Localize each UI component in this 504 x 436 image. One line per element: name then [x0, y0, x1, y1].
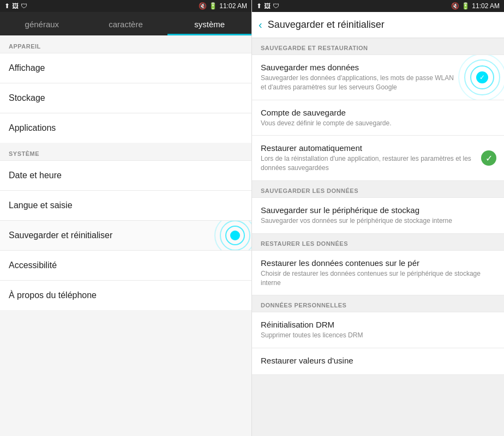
check-icon-ripple: ✓	[479, 74, 485, 81]
ripple-ring-2	[225, 226, 245, 245]
tab-generaux[interactable]: généraux	[0, 12, 84, 34]
mute-icon-r: 🔇	[451, 2, 459, 10]
check-circle-restaurer: ✓	[481, 150, 496, 166]
image-icon: 🖼	[12, 2, 19, 10]
right-item-title-usine: Restaurer valeurs d'usine	[261, 356, 495, 365]
list-item-apropos[interactable]: À propos du téléphone	[0, 281, 251, 310]
right-ripple-ring-4	[458, 55, 504, 100]
right-item-restaurer-per[interactable]: Restaurer les données contenues sur le p…	[252, 250, 504, 296]
right-section-label-2: SAUVEGARDER LES DONNÉES	[252, 181, 504, 197]
check-icon-restaurer: ✓	[485, 153, 493, 164]
usb-icon: ⬆	[4, 2, 10, 10]
ripple-effect-right: ✓	[458, 55, 504, 100]
section-donnees-personnelles: DONNÉES PERSONNELLES Réinitialisation DR…	[252, 295, 504, 375]
list-item-applications[interactable]: Applications	[0, 113, 251, 143]
ripple-effect-left	[213, 221, 251, 251]
right-panel: ⬆ 🖼 🛡 🔇 🔋 11:02 AM ‹ Sauvegarder et réin…	[252, 0, 504, 436]
right-item-desc-sauv-per: Sauvegarder vos données sur le périphéri…	[261, 216, 495, 226]
ripple-ring-1	[230, 231, 240, 240]
tabs-bar: généraux caractère système	[0, 12, 251, 35]
left-settings-list: APPAREIL Affichage Stockage Applications…	[0, 35, 251, 436]
back-button[interactable]: ‹	[259, 19, 262, 31]
tab-caractere[interactable]: caractère	[84, 12, 168, 34]
right-item-title-compte: Compte de sauvegarde	[261, 108, 495, 117]
ripple-ring-4	[214, 221, 251, 251]
usb-icon-r: ⬆	[256, 2, 262, 10]
time-display-r: 11:02 AM	[472, 2, 500, 10]
right-settings-content: SAUVEGARDE ET RESTAURATION Sauvegarder m…	[252, 38, 504, 436]
image-icon-r: 🖼	[264, 2, 271, 10]
right-header: ‹ Sauvegarder et réinitialiser	[252, 12, 504, 38]
right-item-restaurer-usine[interactable]: Restaurer valeurs d'usine	[252, 348, 504, 375]
right-group-4: Réinitialisation DRM Supprimer toutes le…	[252, 312, 504, 375]
list-item-sauvegarder[interactable]: Sauvegarder et réinitialiser	[0, 221, 251, 251]
section-label-appareil: APPAREIL	[0, 35, 251, 53]
list-item-stockage[interactable]: Stockage	[0, 83, 251, 113]
time-display: 11:02 AM	[219, 2, 247, 10]
right-item-desc-rest-per: Choisir de restaurer les données contenu…	[261, 269, 495, 288]
section-systeme: SYSTÈME Date et heure Langue et saisie S…	[0, 143, 251, 310]
list-item-accessibilite[interactable]: Accessibilité	[0, 251, 251, 281]
right-ripple-ring-1: ✓	[476, 71, 488, 83]
status-bar-right: ⬆ 🖼 🛡 🔇 🔋 11:02 AM	[252, 0, 504, 12]
right-item-title-save-data: Sauvegarder mes données	[261, 63, 460, 72]
list-group-systeme: Date et heure Langue et saisie Sauvegard…	[0, 160, 251, 310]
right-item-title-restaurer: Restaurer automatiquement	[261, 143, 471, 153]
right-ripple-ring-2	[470, 65, 494, 89]
right-item-title-sauv-per: Sauvegarder sur le périphérique de stock…	[261, 205, 495, 215]
right-item-title-drm: Réinitialisation DRM	[261, 320, 495, 329]
right-section-label-4: DONNÉES PERSONNELLES	[252, 295, 504, 312]
right-group-2: Sauvegarder sur le périphérique de stock…	[252, 197, 504, 234]
list-group-appareil: Affichage Stockage Applications	[0, 53, 251, 143]
section-sauvegarde-restauration: SAUVEGARDE ET RESTAURATION Sauvegarder m…	[252, 38, 504, 181]
ripple-ring-3	[220, 221, 250, 251]
ripple-visual	[213, 221, 251, 251]
right-item-compte-sauvegarde[interactable]: Compte de sauvegarde Vous devez définir …	[252, 100, 504, 136]
left-panel: ⬆ 🖼 🛡 🔇 🔋 11:02 AM généraux caractère sy…	[0, 0, 252, 436]
list-item-date-heure[interactable]: Date et heure	[0, 160, 251, 191]
right-section-label-1: SAUVEGARDE ET RESTAURATION	[252, 38, 504, 55]
right-item-desc-restaurer: Lors de la réinstallation d'une applicat…	[261, 154, 471, 173]
right-item-desc-save-data: Sauvegarder les données d'applications, …	[261, 74, 460, 92]
right-item-sauvegarder-donnees[interactable]: Sauvegarder mes données Sauvegarder les …	[252, 55, 504, 100]
status-bar-left: ⬆ 🖼 🛡 🔇 🔋 11:02 AM	[0, 0, 251, 12]
right-item-desc-drm: Supprimer toutes les licences DRM	[261, 331, 495, 340]
vpn-icon-r: 🛡	[273, 2, 279, 10]
right-item-desc-compte: Vous devez définir le compte de sauvegar…	[261, 119, 495, 128]
right-header-title: Sauvegarder et réinitialiser	[268, 19, 385, 31]
list-item-langue[interactable]: Langue et saisie	[0, 191, 251, 221]
right-item-reinit-drm[interactable]: Réinitialisation DRM Supprimer toutes le…	[252, 312, 504, 348]
section-restaurer-donnees: RESTAURER LES DONNÉES Restaurer les donn…	[252, 234, 504, 296]
status-icons-right-left: ⬆ 🖼 🛡	[256, 2, 279, 10]
right-section-label-3: RESTAURER LES DONNÉES	[252, 234, 504, 250]
toggle-restaurer-auto[interactable]: ✓	[481, 150, 496, 166]
right-group-3: Restaurer les données contenues sur le p…	[252, 250, 504, 296]
right-ripple-visual: ✓	[458, 55, 504, 100]
mute-icon: 🔇	[199, 2, 207, 10]
battery-charging-icon: 🔋	[209, 2, 217, 10]
vpn-icon: 🛡	[21, 2, 27, 10]
status-icons-right: 🔇 🔋 11:02 AM	[199, 2, 247, 10]
right-item-title-rest-per: Restaurer les données contenues sur le p…	[261, 258, 495, 268]
status-icons-left: ⬆ 🖼 🛡	[4, 2, 27, 10]
right-ripple-ring-3	[464, 59, 500, 95]
section-label-systeme: SYSTÈME	[0, 143, 251, 160]
status-icons-right-right: 🔇 🔋 11:02 AM	[451, 2, 500, 10]
right-item-sauv-perifique[interactable]: Sauvegarder sur le périphérique de stock…	[252, 197, 504, 234]
section-appareil: APPAREIL Affichage Stockage Applications	[0, 35, 251, 143]
right-group-1: Sauvegarder mes données Sauvegarder les …	[252, 55, 504, 181]
list-item-affichage[interactable]: Affichage	[0, 53, 251, 83]
section-sauvegarder-donnees: SAUVEGARDER LES DONNÉES Sauvegarder sur …	[252, 181, 504, 234]
right-item-restaurer-auto[interactable]: Restaurer automatiquement Lors de la réi…	[252, 136, 504, 181]
tab-systeme[interactable]: système	[167, 12, 251, 34]
battery-icon-r: 🔋	[461, 2, 470, 10]
